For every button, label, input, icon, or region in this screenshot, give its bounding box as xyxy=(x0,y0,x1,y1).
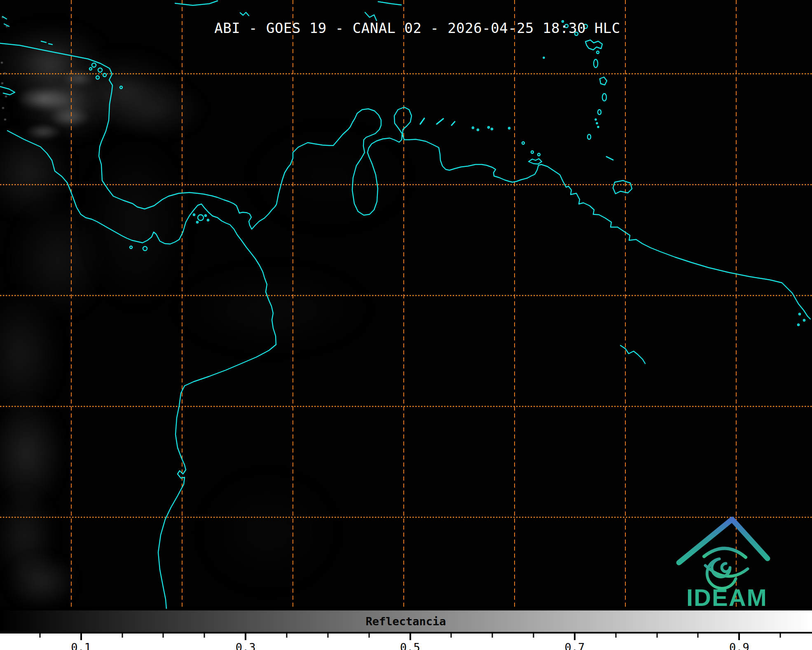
colorbar-tick xyxy=(574,634,576,640)
dominica-island xyxy=(594,59,598,68)
miskito-cay xyxy=(96,76,99,79)
islet xyxy=(543,57,545,59)
grenada-island xyxy=(587,134,591,139)
colorbar-tick xyxy=(39,634,40,638)
islet xyxy=(130,246,132,249)
miskito-cay xyxy=(89,68,92,70)
pearl-island xyxy=(205,215,206,216)
top-coast-fragment xyxy=(175,1,218,5)
islet xyxy=(120,86,122,89)
trinidad-island xyxy=(613,181,632,194)
islet xyxy=(477,129,479,131)
pearl-island xyxy=(207,219,209,221)
top-coast-fragment xyxy=(378,2,401,5)
colorbar-tick-label: 0.7 xyxy=(565,641,585,650)
st-vincent-island xyxy=(598,110,601,115)
bonaire-island xyxy=(452,122,455,125)
aruba-island xyxy=(420,118,424,124)
satellite-map: ABI - GOES 19 - CANAL 02 - 2026-04-25 18… xyxy=(0,0,812,609)
satellite-image-page: { "title": "ABI - GOES 19 - CANAL 02 - 2… xyxy=(0,0,812,650)
colorbar-tick xyxy=(80,634,82,640)
guadeloupe-island xyxy=(585,40,602,50)
tobago-island xyxy=(606,157,613,160)
miskito-cay xyxy=(103,73,106,77)
islet xyxy=(508,127,510,129)
colorbar-tick xyxy=(122,634,123,638)
colorbar-tick xyxy=(697,634,699,638)
top-coast-fragment xyxy=(365,12,377,21)
caribbean-coastline xyxy=(0,43,810,319)
colorbar-label: Reflectancia xyxy=(365,615,446,628)
islet xyxy=(803,319,805,321)
islet xyxy=(488,127,489,128)
corn-islands xyxy=(41,41,52,45)
colorbar-tick xyxy=(738,634,740,640)
colorbar-tick xyxy=(204,634,205,638)
colorbar-tick xyxy=(163,634,164,638)
miskito-cay xyxy=(98,68,102,72)
martinique-island xyxy=(600,77,607,85)
ideam-logo: IDEAM xyxy=(672,510,812,609)
colorbar-tick-label: 0.3 xyxy=(236,641,256,650)
islet xyxy=(798,324,799,326)
colorbar-tick xyxy=(533,634,534,638)
colorbar-tick xyxy=(286,634,287,638)
pearl-island xyxy=(193,214,195,216)
islet xyxy=(522,142,524,144)
curacao-island xyxy=(437,119,443,124)
colorbar-tick xyxy=(410,634,411,640)
st-lucia-island xyxy=(602,94,606,101)
reflectance-colorbar: Reflectancia 0.10.30.50.70.9 xyxy=(0,609,812,650)
margarita-island xyxy=(529,159,542,164)
top-coast-fragment xyxy=(240,12,249,16)
colorbar-tick xyxy=(492,634,493,638)
colorbar-tick xyxy=(327,634,328,638)
colorbar-tick-label: 0.1 xyxy=(71,641,91,650)
colorbar-tick xyxy=(245,634,246,640)
islet xyxy=(472,127,474,129)
grenadines-islet xyxy=(597,123,598,124)
colorbar-tick xyxy=(368,634,370,638)
pacific-coastline xyxy=(7,131,276,609)
miskito-cay xyxy=(92,63,96,67)
colorbar-tick xyxy=(780,634,781,638)
top-left-islets xyxy=(2,16,9,26)
colorbar-tick-label: 0.5 xyxy=(400,641,420,650)
islet xyxy=(538,153,540,156)
antilles-island xyxy=(597,51,599,54)
pearl-island xyxy=(198,215,204,221)
grenadines-islet xyxy=(598,127,599,128)
pearl-island xyxy=(197,221,198,223)
colorbar-tick-label: 0.9 xyxy=(729,641,749,650)
ideam-logo-text: IDEAM xyxy=(686,584,768,609)
islet xyxy=(799,313,800,315)
grenadines-islet xyxy=(595,119,597,120)
colorbar-tick xyxy=(656,634,658,638)
colorbar-tick xyxy=(615,634,616,638)
image-title: ABI - GOES 19 - CANAL 02 - 2026-04-25 18… xyxy=(214,20,620,36)
lake-nicaragua-outline xyxy=(0,87,15,95)
islet xyxy=(491,128,493,130)
islet xyxy=(531,151,534,153)
coiba-island xyxy=(143,246,147,251)
guyana-coast-fragment xyxy=(620,345,645,364)
colorbar-tick xyxy=(451,634,452,638)
